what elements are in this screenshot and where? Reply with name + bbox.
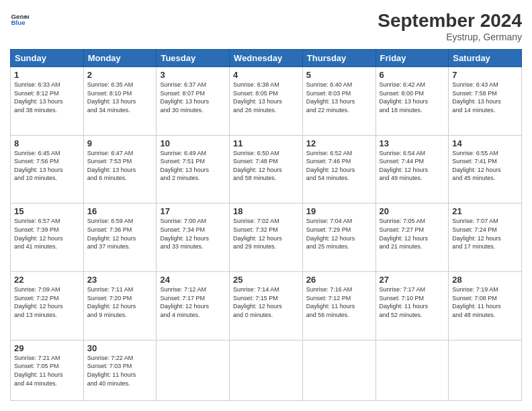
calendar-cell [449,340,522,400]
day-info: Sunrise: 6:33 AM Sunset: 8:12 PM Dayligh… [14,81,80,114]
day-info: Sunrise: 7:02 AM Sunset: 7:32 PM Dayligh… [233,217,299,250]
day-info: Sunrise: 6:35 AM Sunset: 8:10 PM Dayligh… [87,81,153,114]
day-number: 3 [160,70,226,80]
day-number: 23 [87,275,153,285]
col-monday: Monday [83,50,157,67]
calendar-cell: 27 Sunrise: 7:17 AM Sunset: 7:10 PM Dayl… [375,272,449,340]
calendar-cell: 17 Sunrise: 7:00 AM Sunset: 7:34 PM Dayl… [157,203,230,272]
day-number: 7 [452,70,518,80]
calendar-cell: 14 Sunrise: 6:55 AM Sunset: 7:41 PM Dayl… [449,135,522,203]
day-number: 29 [14,343,80,353]
day-number: 27 [380,275,445,285]
calendar-cell: 9 Sunrise: 6:47 AM Sunset: 7:53 PM Dayli… [83,135,157,203]
calendar-cell [230,340,303,400]
day-info: Sunrise: 6:57 AM Sunset: 7:39 PM Dayligh… [14,217,80,250]
logo-icon: General Blue [10,10,29,29]
day-info: Sunrise: 6:40 AM Sunset: 8:03 PM Dayligh… [306,81,372,114]
calendar-cell [375,340,449,400]
day-info: Sunrise: 6:43 AM Sunset: 7:58 PM Dayligh… [452,81,518,114]
col-thursday: Thursday [302,50,375,67]
calendar-cell: 28 Sunrise: 7:19 AM Sunset: 7:08 PM Dayl… [449,272,522,340]
day-info: Sunrise: 6:54 AM Sunset: 7:44 PM Dayligh… [380,149,445,183]
day-info: Sunrise: 7:17 AM Sunset: 7:10 PM Dayligh… [380,285,445,319]
day-info: Sunrise: 7:19 AM Sunset: 7:08 PM Dayligh… [452,285,518,319]
day-info: Sunrise: 7:11 AM Sunset: 7:20 PM Dayligh… [87,285,153,319]
calendar-cell: 19 Sunrise: 7:04 AM Sunset: 7:29 PM Dayl… [302,203,375,272]
calendar: Sunday Monday Tuesday Wednesday Thursday… [10,49,522,401]
day-info: Sunrise: 7:21 AM Sunset: 7:05 PM Dayligh… [14,354,80,387]
calendar-cell: 1 Sunrise: 6:33 AM Sunset: 8:12 PM Dayli… [11,67,84,136]
calendar-cell [157,340,230,400]
col-sunday: Sunday [11,50,84,67]
day-number: 20 [380,206,445,216]
day-number: 11 [233,138,299,148]
calendar-week-row: 1 Sunrise: 6:33 AM Sunset: 8:12 PM Dayli… [11,67,522,136]
day-info: Sunrise: 7:14 AM Sunset: 7:15 PM Dayligh… [233,285,299,319]
day-info: Sunrise: 6:55 AM Sunset: 7:41 PM Dayligh… [452,149,518,183]
day-number: 6 [380,70,445,80]
calendar-week-row: 29 Sunrise: 7:21 AM Sunset: 7:05 PM Dayl… [11,340,522,400]
day-info: Sunrise: 6:38 AM Sunset: 8:05 PM Dayligh… [233,81,299,114]
day-info: Sunrise: 6:52 AM Sunset: 7:46 PM Dayligh… [306,149,372,183]
col-saturday: Saturday [449,50,522,67]
calendar-cell: 22 Sunrise: 7:09 AM Sunset: 7:22 PM Dayl… [11,272,84,340]
calendar-cell: 25 Sunrise: 7:14 AM Sunset: 7:15 PM Dayl… [230,272,303,340]
day-number: 15 [14,206,80,216]
calendar-cell [302,340,375,400]
col-wednesday: Wednesday [230,50,303,67]
day-number: 10 [160,138,226,148]
calendar-header-row: Sunday Monday Tuesday Wednesday Thursday… [11,50,522,67]
svg-text:Blue: Blue [11,19,26,26]
day-number: 5 [306,70,372,80]
calendar-cell: 12 Sunrise: 6:52 AM Sunset: 7:46 PM Dayl… [302,135,375,203]
calendar-cell: 7 Sunrise: 6:43 AM Sunset: 7:58 PM Dayli… [449,67,522,136]
day-number: 21 [452,206,518,216]
calendar-cell: 15 Sunrise: 6:57 AM Sunset: 7:39 PM Dayl… [11,203,84,272]
calendar-cell: 2 Sunrise: 6:35 AM Sunset: 8:10 PM Dayli… [83,67,157,136]
title-area: September 2024 Eystrup, Germany [378,10,522,42]
day-info: Sunrise: 7:07 AM Sunset: 7:24 PM Dayligh… [452,217,518,250]
day-info: Sunrise: 6:42 AM Sunset: 8:00 PM Dayligh… [380,81,445,114]
day-number: 28 [452,275,518,285]
day-number: 9 [87,138,153,148]
day-info: Sunrise: 6:47 AM Sunset: 7:53 PM Dayligh… [87,149,153,183]
calendar-cell: 4 Sunrise: 6:38 AM Sunset: 8:05 PM Dayli… [230,67,303,136]
calendar-week-row: 15 Sunrise: 6:57 AM Sunset: 7:39 PM Dayl… [11,203,522,272]
calendar-week-row: 8 Sunrise: 6:45 AM Sunset: 7:56 PM Dayli… [11,135,522,203]
col-tuesday: Tuesday [157,50,230,67]
day-info: Sunrise: 7:05 AM Sunset: 7:27 PM Dayligh… [380,217,445,250]
calendar-cell: 18 Sunrise: 7:02 AM Sunset: 7:32 PM Dayl… [230,203,303,272]
logo: General Blue [10,10,29,29]
day-number: 8 [14,138,80,148]
calendar-cell: 6 Sunrise: 6:42 AM Sunset: 8:00 PM Dayli… [375,67,449,136]
day-info: Sunrise: 6:59 AM Sunset: 7:36 PM Dayligh… [87,217,153,250]
calendar-cell: 16 Sunrise: 6:59 AM Sunset: 7:36 PM Dayl… [83,203,157,272]
calendar-cell: 13 Sunrise: 6:54 AM Sunset: 7:44 PM Dayl… [375,135,449,203]
col-friday: Friday [375,50,449,67]
day-number: 24 [160,275,226,285]
page: General Blue September 2024 Eystrup, Ger… [0,0,532,411]
calendar-week-row: 22 Sunrise: 7:09 AM Sunset: 7:22 PM Dayl… [11,272,522,340]
day-info: Sunrise: 6:37 AM Sunset: 8:07 PM Dayligh… [160,81,226,114]
day-number: 22 [14,275,80,285]
calendar-cell: 30 Sunrise: 7:22 AM Sunset: 7:03 PM Dayl… [83,340,157,400]
day-number: 26 [306,275,372,285]
location: Eystrup, Germany [378,32,522,42]
day-info: Sunrise: 6:45 AM Sunset: 7:56 PM Dayligh… [14,149,80,183]
day-info: Sunrise: 6:50 AM Sunset: 7:48 PM Dayligh… [233,149,299,183]
calendar-cell: 23 Sunrise: 7:11 AM Sunset: 7:20 PM Dayl… [83,272,157,340]
day-info: Sunrise: 7:22 AM Sunset: 7:03 PM Dayligh… [87,354,153,387]
day-info: Sunrise: 7:12 AM Sunset: 7:17 PM Dayligh… [160,285,226,319]
header: General Blue September 2024 Eystrup, Ger… [10,10,522,42]
day-number: 14 [452,138,518,148]
day-number: 12 [306,138,372,148]
day-number: 17 [160,206,226,216]
calendar-cell: 26 Sunrise: 7:16 AM Sunset: 7:12 PM Dayl… [302,272,375,340]
day-info: Sunrise: 7:04 AM Sunset: 7:29 PM Dayligh… [306,217,372,250]
day-number: 16 [87,206,153,216]
calendar-cell: 5 Sunrise: 6:40 AM Sunset: 8:03 PM Dayli… [302,67,375,136]
day-number: 4 [233,70,299,80]
calendar-cell: 20 Sunrise: 7:05 AM Sunset: 7:27 PM Dayl… [375,203,449,272]
calendar-cell: 8 Sunrise: 6:45 AM Sunset: 7:56 PM Dayli… [11,135,84,203]
calendar-cell: 24 Sunrise: 7:12 AM Sunset: 7:17 PM Dayl… [157,272,230,340]
